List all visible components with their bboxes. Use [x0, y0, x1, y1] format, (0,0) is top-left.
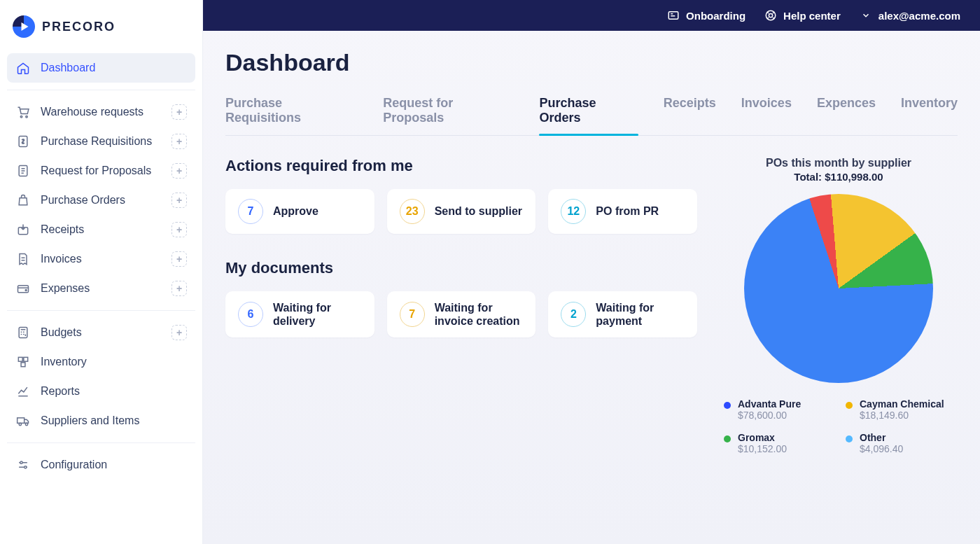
svg-rect-9 [24, 357, 28, 361]
wallet-icon [15, 281, 31, 296]
chart-legend: Advanta Pure$78,600.00Cayman Chemical$18… [720, 398, 958, 454]
count-badge: 7 [238, 199, 263, 224]
tabs: Purchase RequisitionsRequest for Proposa… [225, 96, 958, 136]
summary-card[interactable]: 12PO from PR [548, 189, 697, 234]
legend-value: $10,152.00 [738, 443, 787, 454]
tab-expenses-tab[interactable]: Expences [817, 96, 876, 135]
sidebar-item-po[interactable]: Purchase Orders+ [7, 186, 195, 215]
card-label: Approve [273, 204, 318, 218]
legend-dot-icon [846, 402, 853, 409]
sidebar-item-label: Configuration [41, 459, 107, 471]
svg-rect-7 [19, 328, 27, 338]
svg-point-1 [26, 116, 28, 118]
sidebar-item-wh-req[interactable]: Warehouse requests+ [7, 97, 195, 127]
user-menu[interactable]: alex@acme.com [859, 8, 960, 22]
help-center-link[interactable]: Help center [764, 8, 841, 22]
sidebar: PRECORO DashboardWarehouse requests+Purc… [0, 0, 203, 544]
add-rfp-button[interactable]: + [172, 163, 187, 179]
invoice-icon [15, 251, 31, 267]
summary-card[interactable]: 7Waiting for invoice creation [387, 291, 536, 337]
add-invoices-button[interactable]: + [172, 251, 187, 267]
summary-card[interactable]: 7Approve [225, 189, 374, 234]
actions-required-title: Actions required from me [225, 157, 697, 175]
sidebar-item-label: Invoices [41, 253, 82, 265]
add-pr-button[interactable]: + [172, 134, 187, 149]
doc-list-icon [15, 163, 31, 179]
legend-value: $78,600.00 [738, 410, 801, 421]
summary-card[interactable]: 23Send to supplier [387, 189, 536, 234]
svg-point-12 [19, 423, 21, 425]
user-email: alex@acme.com [878, 10, 960, 22]
my-documents-title: My documents [225, 259, 697, 277]
add-receipts-button[interactable]: + [172, 222, 187, 237]
sidebar-item-dashboard[interactable]: Dashboard [7, 53, 195, 83]
chart-total: Total: $110,998.00 [720, 171, 958, 183]
svg-rect-11 [18, 418, 24, 424]
brand-logo-icon [13, 15, 35, 38]
tab-pr-tab[interactable]: Purchase Requisitions [225, 96, 358, 135]
help-icon [764, 8, 778, 22]
legend-item: Other$4,096.40 [846, 432, 953, 454]
sidebar-item-label: Warehouse requests [41, 106, 144, 118]
pie-chart-graphic [744, 194, 933, 383]
add-po-button[interactable]: + [172, 193, 187, 208]
legend-name: Cayman Chemical [860, 398, 944, 410]
card-label: Waiting for invoice creation [435, 301, 524, 328]
add-budgets-button[interactable]: + [172, 325, 187, 340]
sidebar-item-label: Reports [41, 385, 80, 398]
svg-rect-8 [18, 357, 22, 361]
card-label: Waiting for delivery [273, 301, 362, 328]
legend-dot-icon [724, 435, 731, 442]
tab-inventory-tab[interactable]: Inventory [901, 96, 958, 135]
legend-dot-icon [846, 435, 853, 442]
brand-logo[interactable]: PRECORO [0, 0, 202, 53]
truck-icon [15, 413, 31, 428]
content: Dashboard Purchase RequisitionsRequest f… [203, 31, 980, 544]
count-badge: 7 [400, 302, 425, 327]
sidebar-item-expenses[interactable]: Expenses+ [7, 274, 195, 303]
page-title: Dashboard [225, 49, 958, 76]
actions-required-row: 7Approve23Send to supplier12PO from PR [225, 189, 697, 234]
svg-rect-5 [18, 286, 29, 293]
tab-po-tab[interactable]: Purchase Orders [539, 96, 638, 135]
onboarding-label: Onboarding [686, 10, 746, 22]
onboarding-icon [666, 8, 680, 22]
sidebar-item-receipts[interactable]: Receipts+ [7, 215, 195, 244]
sidebar-item-label: Expenses [41, 282, 90, 295]
tab-receipts-tab[interactable]: Receipts [664, 96, 716, 135]
count-badge: 6 [238, 302, 263, 327]
sidebar-item-rfp[interactable]: Request for Proposals+ [7, 156, 195, 186]
sidebar-item-invoices[interactable]: Invoices+ [7, 244, 195, 274]
sidebar-item-budgets[interactable]: Budgets+ [7, 318, 195, 347]
sliders-icon [15, 457, 31, 473]
sidebar-item-reports[interactable]: Reports [7, 377, 195, 406]
main-area: Onboarding Help center alex@acme.com Das… [203, 0, 980, 544]
tab-rfp-tab[interactable]: Request for Proposals [383, 96, 514, 135]
summary-card[interactable]: 2Waiting for payment [548, 291, 697, 337]
help-label: Help center [783, 10, 841, 22]
legend-name: Other [860, 432, 903, 443]
chart-title: POs this month by supplier [720, 157, 958, 169]
sidebar-item-pr[interactable]: Purchase Requisitions+ [7, 127, 195, 156]
supplier-pie-chart: POs this month by supplier Total: $110,9… [720, 157, 958, 454]
cart-icon [15, 104, 31, 120]
sidebar-item-label: Purchase Orders [41, 194, 125, 207]
sidebar-item-label: Inventory [41, 356, 87, 368]
summary-card[interactable]: 6Waiting for delivery [225, 291, 374, 337]
sidebar-item-label: Budgets [41, 326, 82, 339]
sidebar-item-config[interactable]: Configuration [7, 450, 195, 480]
tab-invoices-tab[interactable]: Invoices [741, 96, 792, 135]
sidebar-item-label: Dashboard [41, 62, 95, 74]
svg-point-13 [25, 423, 27, 425]
chart-icon [15, 384, 31, 399]
brand-name: PRECORO [42, 20, 115, 34]
add-wh-req-button[interactable]: + [172, 104, 187, 120]
onboarding-link[interactable]: Onboarding [666, 8, 746, 22]
box-in-icon [15, 222, 31, 237]
sidebar-item-suppliers[interactable]: Suppliers and Items [7, 406, 195, 435]
legend-item: Cayman Chemical$18,149.60 [846, 398, 953, 421]
chevron-down-icon [859, 8, 873, 22]
add-expenses-button[interactable]: + [172, 281, 187, 296]
sidebar-item-label: Request for Proposals [41, 165, 151, 177]
sidebar-item-inventory[interactable]: Inventory [7, 347, 195, 377]
